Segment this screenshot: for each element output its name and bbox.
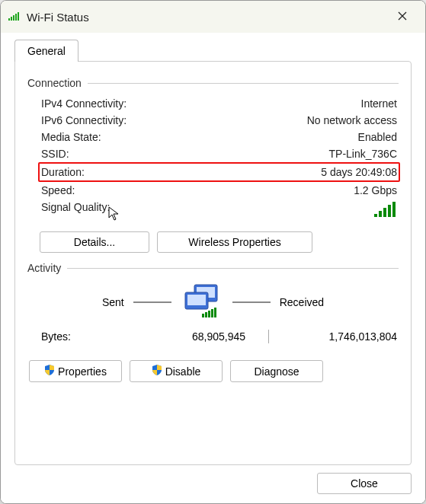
uac-shield-icon — [152, 365, 162, 378]
row-media-state: Media State: Enabled — [40, 129, 399, 145]
wifi-signal-icon — [8, 11, 21, 24]
speed-value: 1.2 Gbps — [354, 184, 397, 196]
ipv6-value: No network access — [307, 114, 397, 126]
tab-strip: General — [14, 39, 412, 61]
svg-rect-0 — [8, 18, 10, 21]
ssid-value: TP-Link_736C — [329, 148, 398, 160]
received-label: Received — [280, 296, 324, 308]
close-button[interactable]: Close — [317, 473, 412, 494]
wifi-status-window: Wi-Fi Status General Connection IPv4 Con… — [0, 0, 426, 504]
row-speed: Speed: 1.2 Gbps — [40, 182, 399, 199]
row-ipv4: IPv4 Connectivity: Internet — [40, 95, 399, 112]
duration-value: 5 days 20:49:08 — [321, 166, 397, 178]
signal-bars-icon — [374, 201, 397, 220]
bytes-received-value: 1,746,013,804 — [277, 330, 397, 343]
svg-rect-16 — [208, 311, 210, 317]
activity-diagram: Sent — [27, 283, 399, 321]
close-icon[interactable] — [387, 5, 418, 28]
activity-group-label: Activity — [27, 262, 61, 274]
media-state-value: Enabled — [358, 131, 397, 143]
svg-rect-7 — [383, 208, 386, 217]
tab-general[interactable]: General — [14, 40, 78, 62]
ipv4-label: IPv4 Connectivity: — [41, 97, 127, 110]
row-ssid: SSID: TP-Link_736C — [40, 145, 399, 162]
ssid-label: SSID: — [41, 148, 69, 160]
row-bytes: Bytes: 68,905,945 1,746,013,804 — [27, 325, 399, 348]
uac-shield-icon — [44, 365, 55, 378]
svg-rect-14 — [202, 314, 204, 317]
row-signal-quality: Signal Quality: — [40, 199, 399, 222]
disable-button-label: Disable — [165, 365, 201, 378]
svg-rect-18 — [214, 308, 216, 317]
properties-button-label: Properties — [58, 365, 107, 378]
wireless-properties-button[interactable]: Wireless Properties — [157, 231, 312, 253]
svg-rect-13 — [187, 295, 206, 305]
svg-rect-9 — [392, 202, 396, 217]
properties-button[interactable]: Properties — [29, 360, 122, 382]
svg-rect-17 — [211, 309, 213, 317]
divider-line — [133, 301, 171, 303]
sent-label: Sent — [102, 296, 124, 308]
ipv6-label: IPv6 Connectivity: — [41, 114, 127, 126]
titlebar: Wi-Fi Status — [1, 1, 425, 33]
row-ipv6: IPv6 Connectivity: No network access — [40, 112, 399, 129]
diagnose-button[interactable]: Diagnose — [230, 360, 323, 382]
computer-network-icon — [181, 283, 223, 321]
svg-rect-15 — [205, 312, 207, 317]
media-state-label: Media State: — [41, 131, 101, 143]
disable-button[interactable]: Disable — [130, 360, 223, 382]
speed-label: Speed: — [41, 184, 75, 196]
tab-panel: Connection IPv4 Connectivity: Internet I… — [14, 61, 412, 465]
activity-group-header: Activity — [27, 262, 399, 274]
svg-rect-1 — [11, 17, 12, 21]
svg-rect-4 — [18, 12, 19, 21]
bytes-sent-value: 68,905,945 — [125, 330, 261, 343]
bytes-divider — [268, 330, 269, 343]
svg-rect-8 — [388, 205, 391, 217]
details-button[interactable]: Details... — [40, 231, 149, 253]
svg-rect-3 — [15, 14, 17, 21]
svg-rect-2 — [13, 15, 14, 21]
bytes-label: Bytes: — [41, 330, 125, 343]
svg-rect-6 — [379, 211, 382, 217]
connection-group-header: Connection — [27, 77, 399, 89]
svg-rect-5 — [374, 214, 377, 217]
connection-rows: IPv4 Connectivity: Internet IPv6 Connect… — [27, 95, 399, 222]
window-title: Wi-Fi Status — [27, 11, 89, 24]
connection-group-label: Connection — [27, 77, 82, 89]
diagnose-button-label: Diagnose — [254, 365, 299, 378]
signal-quality-label: Signal Quality: — [41, 201, 110, 220]
row-duration: Duration: 5 days 20:49:08 — [38, 162, 400, 182]
duration-label: Duration: — [41, 166, 85, 178]
divider-line — [232, 301, 271, 303]
ipv4-value: Internet — [361, 97, 397, 110]
